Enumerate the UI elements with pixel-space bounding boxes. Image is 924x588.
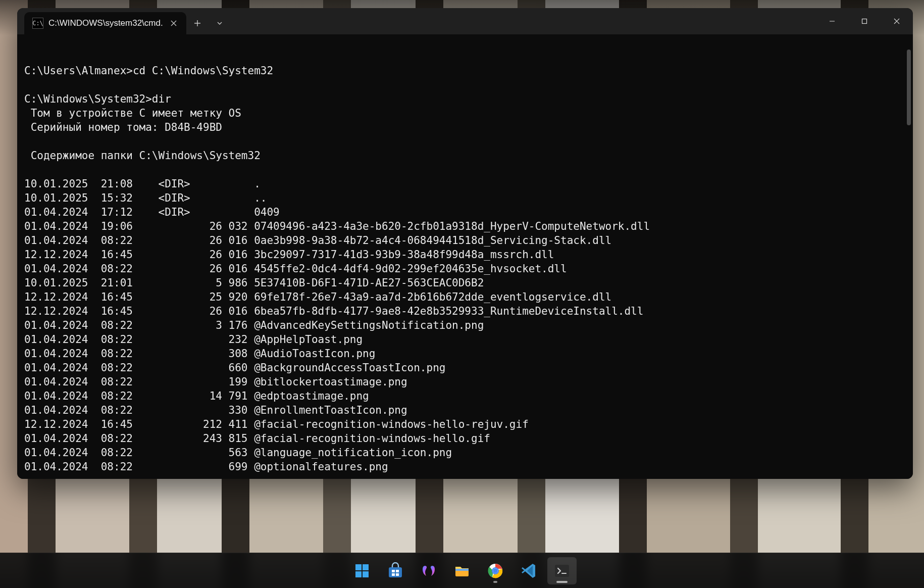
minimize-icon xyxy=(829,18,835,24)
taskbar-chrome[interactable] xyxy=(481,557,510,584)
maximize-icon xyxy=(861,18,867,24)
taskbar xyxy=(0,553,924,588)
svg-point-15 xyxy=(493,568,498,573)
svg-rect-3 xyxy=(355,571,362,577)
windows-start-icon xyxy=(353,562,371,579)
taskbar-explorer[interactable] xyxy=(447,557,477,584)
svg-rect-9 xyxy=(396,573,399,576)
chevron-down-icon xyxy=(217,20,223,26)
tab-dropdown-button[interactable] xyxy=(209,12,231,34)
taskbar-terminal[interactable] xyxy=(547,557,577,584)
maximize-button[interactable] xyxy=(848,8,881,34)
tab-close-button[interactable] xyxy=(168,18,179,29)
titlebar-drag-region[interactable] xyxy=(231,8,816,34)
close-icon xyxy=(171,20,177,26)
running-indicator xyxy=(493,581,497,583)
window-controls xyxy=(816,8,913,34)
file-explorer-icon xyxy=(453,562,471,579)
plus-icon xyxy=(194,20,201,27)
terminal-text: C:\Users\Almanex>cd C:\Windows\System32 … xyxy=(24,65,650,473)
minimize-button[interactable] xyxy=(816,8,848,34)
taskbar-store[interactable] xyxy=(381,557,410,584)
svg-rect-8 xyxy=(392,573,395,576)
terminal-output[interactable]: C:\Users\Almanex>cd C:\Windows\System32 … xyxy=(17,34,913,479)
svg-rect-0 xyxy=(862,19,867,24)
taskbar-start[interactable] xyxy=(347,557,377,584)
chrome-icon xyxy=(487,562,504,579)
svg-rect-16 xyxy=(555,565,569,577)
svg-rect-2 xyxy=(363,564,369,570)
new-tab-button[interactable] xyxy=(186,12,209,34)
terminal-window: C:\ C:\WINDOWS\system32\cmd. C:\Users\Al… xyxy=(17,8,913,479)
close-icon xyxy=(894,18,900,24)
svg-rect-6 xyxy=(392,570,395,572)
window-titlebar[interactable]: C:\ C:\WINDOWS\system32\cmd. xyxy=(17,8,913,34)
cmd-icon: C:\ xyxy=(32,18,43,29)
running-indicator xyxy=(556,581,568,583)
svg-rect-4 xyxy=(363,571,369,577)
svg-rect-7 xyxy=(396,570,399,572)
svg-rect-5 xyxy=(389,567,402,577)
window-close-button[interactable] xyxy=(881,8,913,34)
tab-active[interactable]: C:\ C:\WINDOWS\system32\cmd. xyxy=(24,12,186,34)
terminal-icon xyxy=(553,562,571,579)
svg-rect-11 xyxy=(455,569,469,571)
svg-rect-1 xyxy=(355,564,362,570)
vscode-icon xyxy=(520,562,537,579)
tab-title: C:\WINDOWS\system32\cmd. xyxy=(48,18,163,28)
store-icon xyxy=(387,562,404,579)
copilot-icon xyxy=(420,562,437,579)
scrollbar-thumb[interactable] xyxy=(907,50,911,125)
taskbar-copilot[interactable] xyxy=(414,557,443,584)
taskbar-vscode[interactable] xyxy=(514,557,543,584)
